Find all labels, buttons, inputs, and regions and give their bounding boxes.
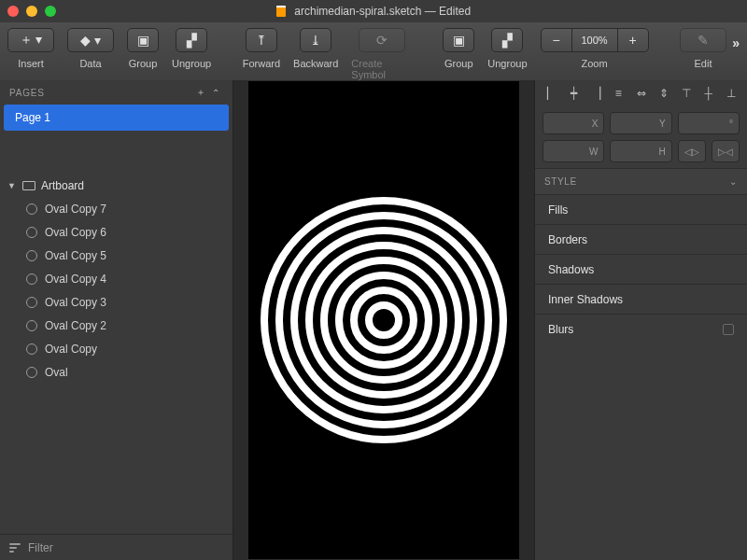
pages-header: PAGES ＋ ⌃ [0, 80, 233, 105]
flip-v-button[interactable]: ▷◁ [712, 140, 740, 162]
page-item[interactable]: Page 1 [4, 105, 229, 131]
disclosure-triangle-icon[interactable]: ▼ [7, 181, 19, 190]
filter-label[interactable]: Filter [28, 541, 53, 554]
artboard-label: Artboard [41, 179, 84, 192]
oval-icon [26, 320, 37, 331]
x-field[interactable]: X [543, 112, 604, 134]
filter-icon[interactable] [9, 543, 21, 553]
toolbar-backward-group: ⤓ Backward [293, 28, 338, 69]
group-button[interactable]: ▣ [127, 28, 159, 52]
svg-point-1 [354, 290, 414, 350]
ungroup-button-2[interactable]: ▞ [491, 28, 523, 52]
backward-button[interactable]: ⤓ [300, 28, 331, 52]
style-section[interactable]: Blurs [535, 314, 747, 343]
zoom-window-button[interactable] [45, 6, 56, 17]
section-label: Fills [548, 203, 568, 217]
create-symbol-button: ⟳ [359, 28, 405, 52]
layer-name: Oval Copy 2 [45, 319, 106, 332]
sketch-doc-icon [276, 6, 286, 17]
svg-point-4 [309, 245, 458, 395]
minimize-window-button[interactable] [26, 6, 37, 17]
style-collapse-icon[interactable]: ⌄ [729, 176, 738, 187]
style-header: STYLE ⌄ [535, 168, 747, 194]
create-symbol-label: Create Symbol [351, 58, 411, 80]
close-window-button[interactable] [7, 6, 19, 17]
layer-name: Oval Copy 5 [45, 249, 106, 262]
oval-icon [26, 273, 37, 285]
edit-label: Edit [695, 58, 712, 69]
layer-artboard[interactable]: ▼ Artboard [0, 174, 233, 197]
layer-name: Oval Copy 4 [45, 273, 106, 286]
section-checkbox[interactable] [723, 324, 734, 335]
oval-icon [26, 343, 37, 355]
insert-button[interactable]: ＋ ▾ [7, 28, 54, 52]
toolbar-data-group: ◆ ▾ Data [67, 28, 114, 69]
align-dist-v-icon[interactable]: ⇕ [655, 85, 672, 102]
align-center-h-icon[interactable]: ┿ [565, 85, 582, 102]
ungroup-button[interactable]: ▞ [176, 28, 207, 52]
style-section[interactable]: Borders [535, 224, 747, 254]
layer-list: ▼ Artboard Oval Copy 7Oval Copy 6Oval Co… [0, 174, 233, 534]
style-section[interactable]: Fills [535, 194, 747, 224]
group-button-2[interactable]: ▣ [443, 28, 474, 52]
align-right-icon[interactable]: ▕ [587, 85, 604, 102]
forward-button[interactable]: ⤒ [246, 28, 277, 52]
section-label: Blurs [548, 323, 573, 336]
toolbar-ungroup2-group: ▞ Ungroup [487, 28, 527, 69]
collapse-pages-button[interactable]: ⌃ [208, 88, 223, 98]
style-section[interactable]: Inner Shadows [535, 284, 747, 314]
oval-icon [26, 250, 37, 261]
insert-label: Insert [18, 58, 44, 69]
align-bottom-icon[interactable]: ⊥ [723, 85, 740, 102]
align-dist-h-icon[interactable]: ⇔ [633, 85, 650, 102]
layer-item[interactable]: Oval [0, 360, 233, 384]
filename-label: archimedian-spiral.sketch [294, 5, 421, 18]
oval-icon [26, 367, 37, 378]
rotation-field[interactable]: ° [678, 112, 740, 134]
layer-item[interactable]: Oval Copy [0, 337, 233, 360]
layer-item[interactable]: Oval Copy 4 [0, 267, 233, 290]
canvas[interactable] [233, 80, 534, 560]
align-top-icon[interactable]: ⊤ [678, 85, 695, 102]
position-fields: X Y ° W H ◁▷ ▷◁ [535, 106, 747, 168]
zoom-in-button[interactable]: + [617, 28, 649, 52]
toolbar-ungroup-group: ▞ Ungroup [172, 28, 211, 69]
layer-item[interactable]: Oval Copy 7 [0, 197, 233, 220]
zoom-out-button[interactable]: − [541, 28, 572, 52]
align-left-icon[interactable]: ▏ [543, 85, 559, 102]
toolbar-group-group: ▣ Group [127, 28, 159, 69]
ungroup-label: Ungroup [172, 58, 211, 69]
y-field[interactable]: Y [610, 112, 671, 134]
oval-icon [26, 297, 37, 308]
svg-point-0 [369, 305, 399, 335]
layer-item[interactable]: Oval Copy 2 [0, 314, 233, 337]
align-middle-icon[interactable]: ┼ [700, 85, 717, 102]
align-justify-icon[interactable]: ≡ [610, 85, 627, 102]
toolbar-overflow-icon[interactable]: » [732, 35, 740, 50]
group2-label: Group [444, 58, 473, 69]
layer-item[interactable]: Oval Copy 3 [0, 290, 233, 314]
oval-icon [26, 203, 37, 215]
toolbar-edit-group: ✎ Edit [680, 28, 726, 69]
data-button[interactable]: ◆ ▾ [67, 28, 114, 52]
zoom-label: Zoom [581, 58, 607, 69]
add-page-button[interactable]: ＋ [193, 86, 208, 99]
backward-label: Backward [293, 58, 338, 69]
data-label: Data [79, 58, 101, 69]
layer-name: Oval Copy 3 [45, 296, 106, 309]
forward-label: Forward [243, 58, 280, 69]
layer-item[interactable]: Oval Copy 5 [0, 244, 233, 267]
page-name: Page 1 [15, 111, 50, 124]
flip-h-button[interactable]: ◁▷ [678, 140, 706, 162]
artboard-icon [22, 181, 35, 190]
layer-item[interactable]: Oval Copy 6 [0, 220, 233, 244]
style-section[interactable]: Shadows [535, 254, 747, 284]
oval-icon [26, 227, 37, 238]
zoom-value[interactable]: 100% [571, 28, 618, 52]
artboard-surface[interactable] [248, 81, 519, 559]
toolbar-create-symbol-group: ⟳ Create Symbol [351, 28, 411, 80]
section-label: Inner Shadows [548, 293, 623, 306]
h-field[interactable]: H [610, 140, 671, 162]
w-field[interactable]: W [543, 140, 604, 162]
toolbar-group2-group: ▣ Group [443, 28, 474, 69]
